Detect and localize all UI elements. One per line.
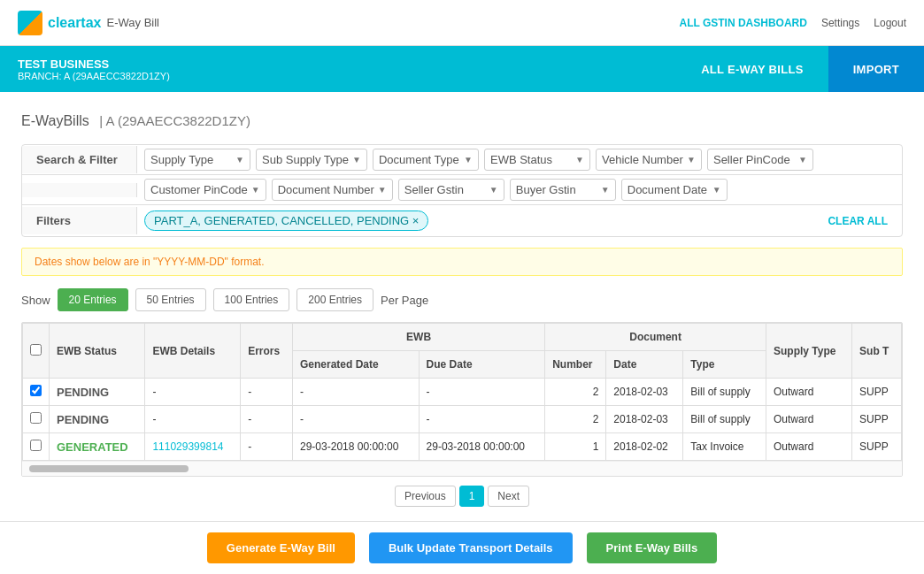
next-page-btn[interactable]: Next — [488, 486, 529, 507]
row-due-date: 29-03-2018 00:00:00 — [419, 433, 545, 461]
ewb-status-dropdown[interactable]: EWB Status ▼ — [484, 149, 590, 171]
row-supply-type: Outward — [766, 406, 852, 433]
customer-pincode-dropdown[interactable]: Customer PinCode ▼ — [144, 179, 266, 201]
business-info: TEST BUSINESS BRANCH: A (29AAECC3822D1ZY… — [0, 46, 676, 92]
th-document-group: Document — [545, 324, 766, 351]
th-ewb-status: EWB Status — [50, 324, 145, 379]
top-nav: ALL GSTIN DASHBOARD Settings Logout — [679, 17, 906, 29]
search-filter-box: Search & Filter Supply Type ▼ Sub Supply… — [21, 144, 903, 237]
row-errors: - — [241, 433, 293, 461]
th-errors: Errors — [241, 324, 293, 379]
filter-label-empty — [22, 183, 137, 197]
settings-link[interactable]: Settings — [821, 17, 859, 29]
row-supply-type: Outward — [766, 433, 852, 461]
filters-row: Filters PART_A, GENERATED, CANCELLED, PE… — [22, 205, 902, 236]
row-doc-type: Tax Invoice — [683, 433, 766, 461]
seller-pincode-dropdown[interactable]: Seller PinCode ▼ — [707, 149, 813, 171]
logout-link[interactable]: Logout — [874, 17, 906, 29]
th-doc-type: Type — [683, 351, 766, 379]
th-supply-type: Supply Type — [766, 324, 852, 379]
th-due-date: Due Date — [419, 351, 545, 379]
chevron-down-icon: ▼ — [575, 155, 584, 165]
filters-area: PART_A, GENERATED, CANCELLED, PENDING × … — [137, 205, 902, 236]
select-all-checkbox[interactable] — [30, 344, 42, 356]
pagination: Previous 1 Next — [21, 486, 903, 507]
search-filter-label: Search & Filter — [22, 146, 137, 173]
row-checkbox[interactable] — [30, 385, 42, 396]
active-filter-chip[interactable]: PART_A, GENERATED, CANCELLED, PENDING × — [144, 210, 428, 231]
row-doc-date: 2018-02-02 — [606, 433, 683, 461]
cleartax-logo-icon — [18, 11, 42, 35]
blue-bar: TEST BUSINESS BRANCH: A (29AAECC3822D1ZY… — [0, 46, 924, 92]
seller-gstin-dropdown[interactable]: Seller Gstin ▼ — [398, 179, 504, 201]
tab-import[interactable]: IMPORT — [828, 46, 924, 92]
page-title: E-WayBills | A (29AAECC3822D1ZY) — [21, 110, 903, 130]
per-page-label: Per Page — [381, 294, 428, 307]
table-row: GENERATED 111029399814 - 29-03-2018 00:0… — [23, 433, 902, 461]
filter-inputs-row1: Supply Type ▼ Sub Supply Type ▼ Document… — [137, 145, 902, 174]
logo-text: cleartax — [48, 15, 102, 31]
nav-tabs-bar: ALL E-WAY BILLS IMPORT — [676, 46, 924, 92]
chevron-down-icon: ▼ — [251, 185, 260, 195]
business-name: TEST BUSINESS — [18, 57, 658, 71]
table-row: PENDING - - - - 2 2018-02-03 Bill of sup… — [23, 379, 902, 406]
horizontal-scrollbar[interactable] — [29, 465, 189, 472]
all-gstin-link[interactable]: ALL GSTIN DASHBOARD — [679, 17, 806, 29]
th-doc-date: Date — [606, 351, 683, 379]
entries-200-btn[interactable]: 200 Entries — [296, 288, 373, 311]
chevron-down-icon: ▼ — [378, 185, 387, 195]
row-ewb-details: - — [145, 379, 241, 406]
date-notice: Dates show below are in "YYYY-MM-DD" for… — [21, 248, 903, 276]
row-ewb-details[interactable]: 111029399814 — [145, 433, 241, 461]
row-gen-date: 29-03-2018 00:00:00 — [293, 433, 420, 461]
document-date-dropdown[interactable]: Document Date ▼ — [621, 179, 728, 201]
chevron-down-icon: ▼ — [601, 185, 610, 195]
buyer-gstin-dropdown[interactable]: Buyer Gstin ▼ — [510, 179, 616, 201]
logo-area: cleartax E-Way Bill — [18, 11, 159, 35]
ewb-table-container: EWB Status EWB Details Errors EWB Docume… — [21, 322, 903, 477]
supply-type-dropdown[interactable]: Supply Type ▼ — [144, 149, 250, 171]
row-gen-date: - — [293, 406, 420, 433]
chevron-down-icon: ▼ — [712, 185, 721, 195]
chevron-down-icon: ▼ — [798, 155, 807, 165]
clear-all-button[interactable]: CLEAR ALL — [828, 215, 895, 227]
tab-all-ewaybills[interactable]: ALL E-WAY BILLS — [676, 46, 828, 92]
show-label: Show — [21, 294, 50, 307]
generate-ewaybill-button[interactable]: Generate E-Way Bill — [207, 532, 355, 563]
row-due-date: - — [419, 406, 545, 433]
entries-100-btn[interactable]: 100 Entries — [213, 288, 290, 311]
th-ewb-group: EWB — [293, 324, 545, 351]
sub-supply-type-dropdown[interactable]: Sub Supply Type ▼ — [256, 149, 367, 171]
row-status: PENDING — [50, 406, 145, 433]
row-checkbox-cell — [23, 379, 50, 406]
row-doc-type: Bill of supply — [683, 379, 766, 406]
print-ewaybills-button[interactable]: Print E-Way Bills — [587, 532, 718, 563]
th-checkbox — [23, 324, 50, 379]
document-type-dropdown[interactable]: Document Type ▼ — [373, 149, 479, 171]
document-number-dropdown[interactable]: Document Number ▼ — [272, 179, 393, 201]
bulk-update-button[interactable]: Bulk Update Transport Details — [369, 532, 573, 563]
row-sub-type: SUPP — [852, 379, 902, 406]
vehicle-number-dropdown[interactable]: Vehicle Number ▼ — [596, 149, 702, 171]
th-sub-type: Sub T — [852, 324, 902, 379]
th-doc-number: Number — [545, 351, 606, 379]
entries-50-btn[interactable]: 50 Entries — [135, 288, 206, 311]
entries-20-btn[interactable]: 20 Entries — [58, 288, 128, 311]
row-checkbox-cell — [23, 433, 50, 461]
top-header: cleartax E-Way Bill ALL GSTIN DASHBOARD … — [0, 0, 924, 46]
row-doc-type: Bill of supply — [683, 406, 766, 433]
row-doc-date: 2018-02-03 — [606, 379, 683, 406]
row-doc-date: 2018-02-03 — [606, 406, 683, 433]
row-doc-number: 2 — [545, 406, 606, 433]
page-1-btn[interactable]: 1 — [459, 486, 485, 507]
row-checkbox[interactable] — [30, 440, 42, 451]
row-sub-type: SUPP — [852, 433, 902, 461]
row-doc-number: 2 — [545, 379, 606, 406]
th-ewb-details: EWB Details — [145, 324, 241, 379]
show-entries: Show 20 Entries 50 Entries 100 Entries 2… — [21, 288, 903, 311]
row-sub-type: SUPP — [852, 406, 902, 433]
prev-page-btn[interactable]: Previous — [395, 486, 456, 507]
row-checkbox[interactable] — [30, 412, 42, 424]
logo-sub: E-Way Bill — [107, 16, 159, 29]
chevron-down-icon: ▼ — [464, 155, 473, 165]
